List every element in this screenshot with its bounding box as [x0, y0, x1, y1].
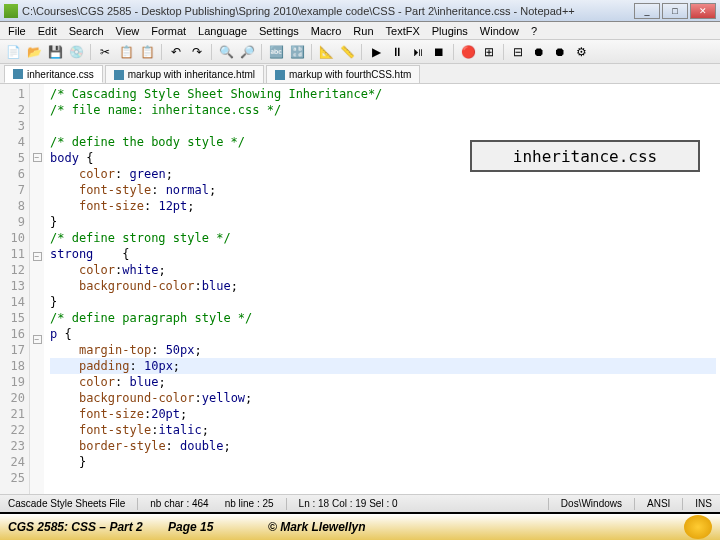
toolbar-btn-22[interactable]: ⏺ — [530, 43, 548, 61]
toolbar-btn-13[interactable]: 📐 — [317, 43, 335, 61]
toolbar-btn-10[interactable]: 🔎 — [238, 43, 256, 61]
toolbar-btn-21[interactable]: ⊟ — [509, 43, 527, 61]
menu-run[interactable]: Run — [347, 23, 379, 39]
file-icon — [13, 69, 23, 79]
tab-label: inheritance.css — [27, 69, 94, 80]
toolbar-btn-11[interactable]: 🔤 — [267, 43, 285, 61]
status-encoding: ANSI — [643, 498, 674, 509]
code-line[interactable]: margin-top: 50px; — [50, 342, 716, 358]
code-line[interactable]: } — [50, 454, 716, 470]
code-line[interactable]: font-size:20pt; — [50, 406, 716, 422]
toolbar-btn-6[interactable]: 📋 — [138, 43, 156, 61]
line-number: 8 — [0, 198, 25, 214]
footer-copyright: © Mark Llewellyn — [268, 520, 684, 534]
fold-icon[interactable]: − — [33, 252, 42, 261]
code-line[interactable]: background-color:yellow; — [50, 390, 716, 406]
tab-label: markup with fourthCSS.htm — [289, 69, 411, 80]
tab-label: markup with inheritance.html — [128, 69, 255, 80]
fold-icon[interactable]: − — [33, 153, 42, 162]
menu-window[interactable]: Window — [474, 23, 525, 39]
code-line[interactable]: } — [50, 214, 716, 230]
titlebar: C:\Courses\CGS 2585 - Desktop Publishing… — [0, 0, 720, 22]
code-line[interactable]: } — [50, 294, 716, 310]
code-line[interactable]: /* file name: inheritance.css */ — [50, 102, 716, 118]
line-number: 6 — [0, 166, 25, 182]
title-text: C:\Courses\CGS 2585 - Desktop Publishing… — [22, 5, 634, 17]
minimize-button[interactable]: _ — [634, 3, 660, 19]
line-number: 4 — [0, 134, 25, 150]
line-number: 19 — [0, 374, 25, 390]
line-number: 9 — [0, 214, 25, 230]
toolbar-btn-1[interactable]: 📂 — [25, 43, 43, 61]
file-icon — [275, 70, 285, 80]
menu-view[interactable]: View — [110, 23, 146, 39]
code-line[interactable]: color:white; — [50, 262, 716, 278]
code-line[interactable] — [50, 470, 716, 486]
toolbar-btn-14[interactable]: 📏 — [338, 43, 356, 61]
code-line[interactable]: font-size: 12pt; — [50, 198, 716, 214]
toolbar-btn-23[interactable]: ⏺ — [551, 43, 569, 61]
menu-search[interactable]: Search — [63, 23, 110, 39]
footer-page: Page 15 — [168, 520, 268, 534]
toolbar-btn-17[interactable]: ⏯ — [409, 43, 427, 61]
menu-format[interactable]: Format — [145, 23, 192, 39]
status-language: Cascade Style Sheets File — [4, 498, 129, 509]
fold-icon[interactable]: − — [33, 335, 42, 344]
toolbar-btn-15[interactable]: ▶ — [367, 43, 385, 61]
window-controls: _ □ ✕ — [634, 3, 716, 19]
code-line[interactable]: p { — [50, 326, 716, 342]
line-number: 15 — [0, 310, 25, 326]
menu-edit[interactable]: Edit — [32, 23, 63, 39]
menu-settings[interactable]: Settings — [253, 23, 305, 39]
toolbar-btn-8[interactable]: ↷ — [188, 43, 206, 61]
toolbar-btn-24[interactable]: ⚙ — [572, 43, 590, 61]
toolbar-btn-2[interactable]: 💾 — [46, 43, 64, 61]
menu-plugins[interactable]: Plugins — [426, 23, 474, 39]
code-line[interactable] — [50, 118, 716, 134]
code-line[interactable]: /* define strong style */ — [50, 230, 716, 246]
line-number: 11 — [0, 246, 25, 262]
toolbar-btn-7[interactable]: ↶ — [167, 43, 185, 61]
code-line[interactable]: background-color:blue; — [50, 278, 716, 294]
menu-language[interactable]: Language — [192, 23, 253, 39]
toolbar-btn-3[interactable]: 💿 — [67, 43, 85, 61]
code-line[interactable]: strong { — [50, 246, 716, 262]
tab-markup-with-fourthcss-htm[interactable]: markup with fourthCSS.htm — [266, 65, 420, 83]
maximize-button[interactable]: □ — [662, 3, 688, 19]
toolbar-btn-4[interactable]: ✂ — [96, 43, 114, 61]
code-line[interactable]: font-style:italic; — [50, 422, 716, 438]
toolbar-btn-18[interactable]: ⏹ — [430, 43, 448, 61]
code-line[interactable]: /* Cascading Style Sheet Showing Inherit… — [50, 86, 716, 102]
code-line[interactable]: padding: 10px; — [50, 358, 716, 374]
line-number: 24 — [0, 454, 25, 470]
code-line[interactable]: /* define paragraph style */ — [50, 310, 716, 326]
menu-textfx[interactable]: TextFX — [380, 23, 426, 39]
toolbar-btn-9[interactable]: 🔍 — [217, 43, 235, 61]
toolbar-btn-5[interactable]: 📋 — [117, 43, 135, 61]
line-number: 10 — [0, 230, 25, 246]
close-button[interactable]: ✕ — [690, 3, 716, 19]
line-number: 1 — [0, 86, 25, 102]
code-line[interactable]: color: blue; — [50, 374, 716, 390]
tab-inheritance-css[interactable]: inheritance.css — [4, 65, 103, 83]
line-number: 21 — [0, 406, 25, 422]
menu-macro[interactable]: Macro — [305, 23, 348, 39]
toolbar-btn-19[interactable]: 🔴 — [459, 43, 477, 61]
toolbar-btn-12[interactable]: 🔡 — [288, 43, 306, 61]
statusbar: Cascade Style Sheets File nb char : 464 … — [0, 494, 720, 512]
line-number: 7 — [0, 182, 25, 198]
toolbar-btn-0[interactable]: 📄 — [4, 43, 22, 61]
toolbar-btn-20[interactable]: ⊞ — [480, 43, 498, 61]
code-line[interactable]: border-style: double; — [50, 438, 716, 454]
status-lines: nb line : 25 — [221, 498, 278, 509]
menu-file[interactable]: File — [2, 23, 32, 39]
file-icon — [114, 70, 124, 80]
code-line[interactable]: font-style: normal; — [50, 182, 716, 198]
toolbar: 📄📂💾💿✂📋📋↶↷🔍🔎🔤🔡📐📏▶⏸⏯⏹🔴⊞⊟⏺⏺⚙ — [0, 40, 720, 64]
toolbar-btn-16[interactable]: ⏸ — [388, 43, 406, 61]
line-number: 16 — [0, 326, 25, 342]
footer-logo-icon — [684, 515, 712, 539]
menu-[interactable]: ? — [525, 23, 543, 39]
slide-footer: CGS 2585: CSS – Part 2 Page 15 © Mark Ll… — [0, 512, 720, 540]
tab-markup-with-inheritance-html[interactable]: markup with inheritance.html — [105, 65, 264, 83]
